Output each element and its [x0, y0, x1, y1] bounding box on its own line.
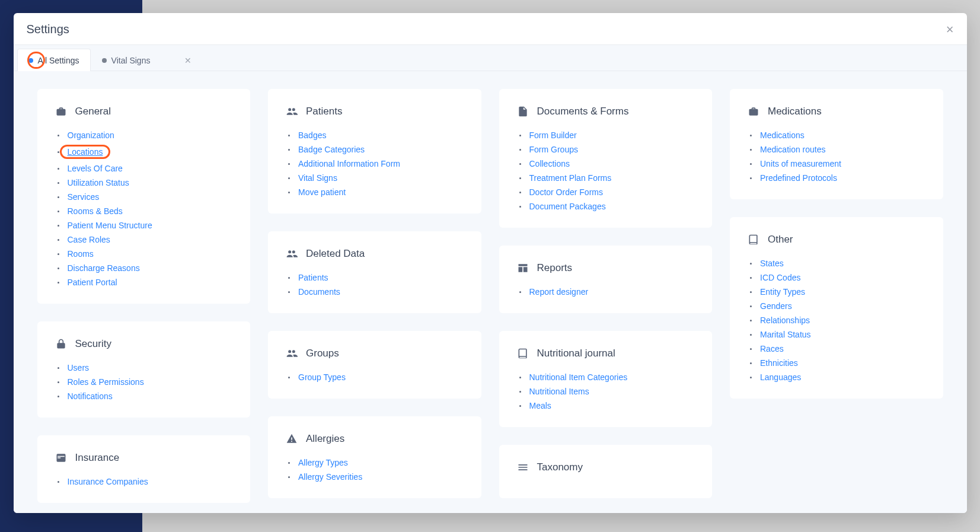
highlighted-link-wrapper: Locations [60, 145, 111, 159]
settings-link-treatment-plan-forms[interactable]: Treatment Plan Forms [529, 173, 612, 183]
list-item: Group Types [288, 370, 464, 384]
settings-link-patient-portal[interactable]: Patient Portal [68, 278, 117, 287]
list-item: Patient Menu Structure [58, 218, 233, 232]
settings-link-medications[interactable]: Medications [760, 130, 805, 140]
tab-all-settings[interactable]: All Settings [17, 49, 91, 71]
list-item: Form Builder [519, 128, 695, 142]
link-list: PatientsDocuments [286, 270, 464, 299]
settings-link-doctor-order-forms[interactable]: Doctor Order Forms [529, 187, 603, 197]
settings-link-nutritional-item-categories[interactable]: Nutritional Item Categories [529, 372, 628, 382]
settings-link-patient-menu-structure[interactable]: Patient Menu Structure [68, 221, 152, 230]
settings-link-medication-routes[interactable]: Medication routes [760, 145, 826, 154]
settings-link-organization[interactable]: Organization [68, 130, 114, 140]
tab-close-button[interactable]: ✕ [184, 56, 191, 65]
settings-link-badges[interactable]: Badges [298, 130, 326, 140]
list-item: Patient Portal [58, 275, 233, 289]
bullet-icon [58, 267, 59, 269]
bullet-icon [519, 206, 521, 208]
settings-link-form-builder[interactable]: Form Builder [529, 130, 577, 140]
settings-modal: Settings × All SettingsVital Signs✕ Gene… [14, 13, 967, 513]
settings-link-badge-categories[interactable]: Badge Categories [298, 145, 365, 154]
bullet-icon [288, 277, 290, 279]
card-header: Security [55, 338, 233, 350]
link-list: Group Types [286, 370, 464, 384]
tabs-bar: All SettingsVital Signs✕ [14, 45, 967, 71]
settings-link-allergy-types[interactable]: Allergy Types [298, 458, 348, 467]
settings-link-move-patient[interactable]: Move patient [298, 187, 346, 197]
settings-link-discharge-reasons[interactable]: Discharge Reasons [68, 263, 140, 273]
settings-column: GeneralOrganizationLocationsLevels Of Ca… [37, 89, 251, 503]
settings-card-deleted-data: Deleted DataPatientsDocuments [268, 231, 481, 313]
bullet-icon [519, 135, 521, 136]
list-item: Doctor Order Forms [519, 185, 695, 199]
list-item: Genders [750, 299, 925, 313]
list-item: Case Roles [58, 232, 233, 247]
bullet-icon [750, 263, 752, 265]
settings-link-group-types[interactable]: Group Types [298, 372, 346, 382]
settings-link-report-designer[interactable]: Report designer [529, 287, 589, 297]
settings-link-marital-status[interactable]: Marital Status [760, 330, 811, 339]
settings-card-nutritional-journal: Nutritional journalNutritional Item Cate… [499, 331, 713, 427]
settings-link-roles-permissions[interactable]: Roles & Permissions [68, 377, 144, 387]
settings-link-document-packages[interactable]: Document Packages [529, 202, 606, 211]
settings-link-races[interactable]: Races [760, 344, 784, 353]
card-title: General [75, 106, 111, 117]
settings-card-medications: MedicationsMedicationsMedication routesU… [730, 89, 943, 199]
settings-link-collections[interactable]: Collections [529, 159, 570, 168]
settings-card-taxonomy: Taxonomy [499, 445, 713, 498]
settings-link-utilization-status[interactable]: Utilization Status [68, 178, 129, 187]
settings-link-genders[interactable]: Genders [760, 301, 792, 311]
settings-link-services[interactable]: Services [68, 192, 100, 202]
list-item: Nutritional Items [519, 384, 695, 399]
settings-card-general: GeneralOrganizationLocationsLevels Of Ca… [37, 89, 251, 304]
settings-link-states[interactable]: States [760, 259, 784, 268]
list-item: Organization [58, 128, 233, 142]
bullet-icon [58, 182, 59, 184]
tab-vital-signs[interactable]: Vital Signs✕ [91, 49, 203, 71]
settings-link-relationships[interactable]: Relationships [760, 316, 810, 325]
modal-title: Settings [27, 23, 69, 36]
modal-body: GeneralOrganizationLocationsLevels Of Ca… [14, 71, 967, 513]
settings-link-rooms-beds[interactable]: Rooms & Beds [68, 206, 123, 216]
list-item: Notifications [58, 389, 233, 403]
settings-link-units-of-measurement[interactable]: Units of measurement [760, 159, 841, 168]
settings-link-meals[interactable]: Meals [529, 401, 551, 410]
settings-link-predefined-protocols[interactable]: Predefined Protocols [760, 173, 837, 183]
settings-link-levels-of-care[interactable]: Levels Of Care [68, 164, 123, 173]
settings-link-rooms[interactable]: Rooms [68, 249, 94, 259]
settings-card-groups: GroupsGroup Types [268, 331, 481, 399]
card-title: Groups [306, 348, 339, 359]
settings-link-additional-information-form[interactable]: Additional Information Form [298, 159, 400, 168]
modal-close-button[interactable]: × [946, 23, 954, 36]
bullet-icon [58, 481, 59, 483]
settings-link-icd-codes[interactable]: ICD Codes [760, 273, 800, 282]
settings-link-locations[interactable]: Locations [68, 147, 103, 157]
settings-link-vital-signs[interactable]: Vital Signs [298, 173, 337, 183]
settings-link-languages[interactable]: Languages [760, 372, 801, 382]
card-title: Reports [537, 262, 573, 274]
settings-link-documents[interactable]: Documents [298, 287, 340, 297]
bullet-icon [519, 291, 521, 293]
tab-label: Vital Signs [111, 56, 151, 65]
settings-link-case-roles[interactable]: Case Roles [68, 235, 110, 244]
bullet-icon [58, 135, 59, 136]
bullet-icon [288, 149, 290, 151]
settings-link-allergy-severities[interactable]: Allergy Severities [298, 472, 362, 482]
settings-link-form-groups[interactable]: Form Groups [529, 145, 578, 154]
bullet-icon [288, 177, 290, 179]
settings-column: MedicationsMedicationsMedication routesU… [730, 89, 943, 503]
card-header: Documents & Forms [517, 106, 695, 117]
bullet-icon [750, 291, 752, 293]
settings-link-users[interactable]: Users [68, 363, 90, 372]
list-item: States [750, 256, 925, 270]
list-item: Services [58, 190, 233, 204]
settings-link-notifications[interactable]: Notifications [68, 391, 113, 401]
list-item: Relationships [750, 313, 925, 327]
settings-link-insurance-companies[interactable]: Insurance Companies [68, 477, 148, 486]
bullet-icon [519, 405, 521, 407]
settings-link-entity-types[interactable]: Entity Types [760, 287, 805, 297]
settings-link-ethnicities[interactable]: Ethnicities [760, 358, 798, 368]
list-item: Marital Status [750, 327, 925, 342]
settings-link-patients[interactable]: Patients [298, 273, 328, 282]
settings-link-nutritional-items[interactable]: Nutritional Items [529, 387, 589, 396]
